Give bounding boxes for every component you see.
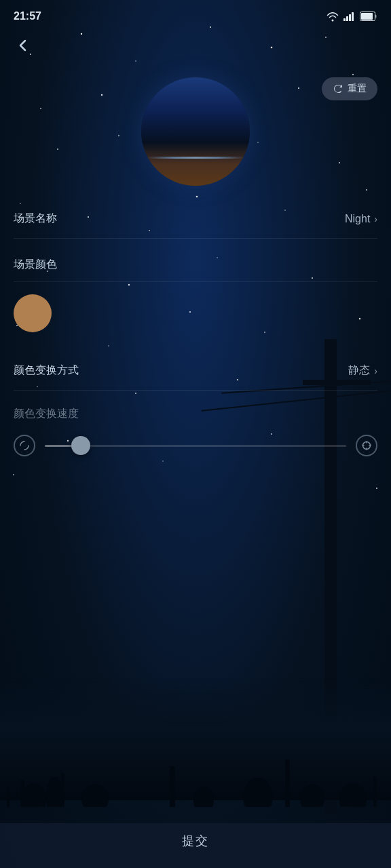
preview-horizon xyxy=(141,157,250,159)
scene-name-row[interactable]: 场景名称 Night › xyxy=(14,199,377,239)
reset-icon xyxy=(333,83,343,94)
svg-rect-54 xyxy=(343,18,346,21)
svg-rect-57 xyxy=(352,12,354,21)
wifi-icon xyxy=(326,11,339,22)
reset-label: 重置 xyxy=(348,83,367,95)
chevron-right-mode-icon: › xyxy=(374,366,377,376)
color-section: 场景颜色 xyxy=(0,245,391,344)
speed-label: 颜色变换速度 xyxy=(14,397,377,435)
settings-section: 场景名称 Night › xyxy=(0,199,391,239)
color-mode-text: 静态 xyxy=(348,363,370,378)
slider-track[interactable] xyxy=(45,445,346,447)
back-button[interactable] xyxy=(11,33,35,58)
svg-rect-59 xyxy=(361,13,373,20)
preview-circle xyxy=(141,77,250,186)
signal-icon xyxy=(343,12,356,21)
scene-preview: 重置 xyxy=(0,64,391,193)
scene-name-label: 场景名称 xyxy=(14,212,57,226)
slider-min-icon xyxy=(14,435,35,456)
svg-rect-55 xyxy=(346,16,348,21)
scene-name-value: Night › xyxy=(345,213,377,225)
submit-bar: 提交 xyxy=(0,823,391,868)
color-swatch[interactable] xyxy=(14,294,52,332)
status-time: 21:57 xyxy=(14,10,41,22)
color-swatch-row xyxy=(14,282,377,344)
scene-name-text: Night xyxy=(345,213,370,225)
status-bar: 21:57 xyxy=(0,0,391,30)
color-mode-value: 静态 › xyxy=(348,363,377,378)
chevron-right-icon: › xyxy=(374,214,377,224)
slider-row xyxy=(14,435,377,470)
speed-section: 颜色变换速度 xyxy=(0,397,391,470)
slider-max-icon xyxy=(356,435,377,456)
status-icons xyxy=(326,11,377,22)
color-mode-row[interactable]: 颜色变换方式 静态 › xyxy=(14,351,377,391)
scene-color-title: 场景颜色 xyxy=(14,245,377,282)
slider-thumb[interactable] xyxy=(71,436,90,455)
top-bar xyxy=(0,30,391,64)
color-mode-section: 颜色变换方式 静态 › xyxy=(0,351,391,391)
color-mode-label: 颜色变换方式 xyxy=(14,363,79,378)
svg-rect-56 xyxy=(349,14,351,21)
submit-button[interactable]: 提交 xyxy=(182,833,209,849)
battery-icon xyxy=(360,12,377,21)
reset-button[interactable]: 重置 xyxy=(322,77,377,100)
